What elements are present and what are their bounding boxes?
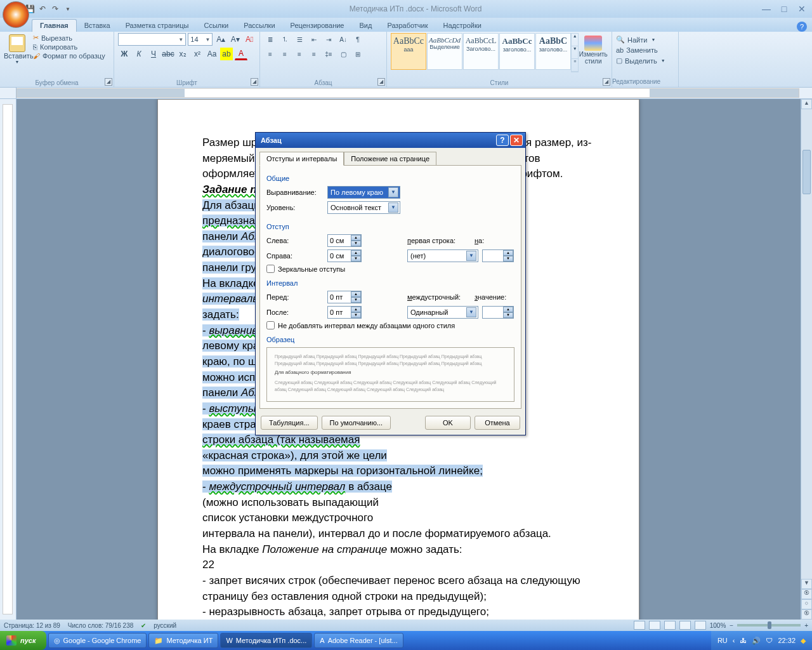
ruler-toggle[interactable] [0,88,16,98]
decrease-indent-button[interactable]: ⇤ [308,33,320,46]
maximize-button[interactable]: □ [776,4,792,14]
justify-button[interactable]: ≡ [308,48,320,60]
view-draft-button[interactable] [695,621,706,630]
vertical-scrollbar[interactable]: ▲ ▼ ⦿ ○ ⦿ [801,99,812,620]
undo-icon[interactable]: ↶ [38,4,47,13]
styles-dialog-launcher[interactable]: ◢ [603,78,610,86]
dialog-titlebar[interactable]: Абзац ? ✕ [256,133,525,148]
cancel-button[interactable]: Отмена [475,416,520,430]
qat-customize-icon[interactable]: ▼ [63,4,72,13]
tab-references[interactable]: Ссылки [196,20,236,32]
cut-button[interactable]: ✂Вырезать [33,33,105,43]
browse-object-icon[interactable]: ○ [801,599,812,609]
indent-right-spin[interactable]: 0 см▲▼ [327,249,362,262]
alignment-combo[interactable]: По левому краю▼ [327,186,400,199]
align-right-button[interactable]: ≡ [293,48,306,60]
clear-formatting-button[interactable]: A⃠ [243,33,256,46]
show-marks-button[interactable]: ¶ [351,33,364,46]
font-dialog-launcher[interactable]: ◢ [251,78,258,86]
subscript-button[interactable]: x₂ [176,48,189,60]
bullets-button[interactable]: ≣ [264,33,277,46]
style-item[interactable]: AaBbCcDdВыделение [427,33,462,70]
tab-addins[interactable]: Надстройки [436,20,489,32]
dialog-close-button[interactable]: ✕ [510,135,523,146]
linespacing-value-spin[interactable]: ▲▼ [482,306,514,319]
shading-button[interactable]: ▢ [337,48,350,60]
tab-review[interactable]: Рецензирование [283,20,352,32]
ok-button[interactable]: OK [425,416,471,430]
style-item[interactable]: AaBbCcзаголово... [499,33,535,70]
zoom-slider[interactable] [737,624,801,627]
paste-button[interactable]: Вставить ▼ [4,33,30,64]
align-center-button[interactable]: ≡ [278,48,291,60]
underline-button[interactable]: Ч [147,48,160,60]
linespacing-combo[interactable]: Одинарный▼ [407,306,478,319]
tabs-button[interactable]: Табуляция... [261,416,318,430]
view-web-button[interactable] [664,621,676,630]
change-styles-button[interactable]: Изменить стили [579,33,608,72]
office-button[interactable] [3,1,29,28]
replace-button[interactable]: abЗаменить [616,45,674,55]
dialog-help-button[interactable]: ? [496,135,509,146]
taskbar-item[interactable]: 📁Методичка ИТ [148,633,218,648]
tray-volume-icon[interactable]: 🔊 [752,637,761,645]
scroll-up-icon[interactable]: ▲ [801,99,812,109]
bold-button[interactable]: Ж [118,48,131,60]
scroll-thumb[interactable] [802,150,811,194]
select-button[interactable]: ▢Выделить▼ [616,55,674,66]
tab-home[interactable]: Главная [32,19,77,32]
taskbar-item[interactable]: WМетодичка ИТп .doc... [220,633,312,648]
zoom-out-button[interactable]: − [730,622,733,629]
shrink-font-button[interactable]: A▾ [229,33,242,46]
taskbar-item[interactable]: ◎Google - Google Chrome [48,633,147,648]
format-painter-button[interactable]: 🖌Формат по образцу [33,51,105,60]
style-item[interactable]: AaBbCcLЗаголово... [463,33,499,70]
grow-font-button[interactable]: A▴ [214,33,227,46]
level-combo[interactable]: Основной текст▼ [327,201,400,214]
start-button[interactable]: пуск [0,631,46,650]
font-color-button[interactable]: A [235,48,247,60]
tab-mailings[interactable]: Рассылки [236,20,282,32]
close-button[interactable]: ✕ [794,4,809,14]
browse-next-icon[interactable]: ⦿ [801,609,812,620]
redo-icon[interactable]: ↷ [51,4,60,13]
dialog-tab-indents[interactable]: Отступы и интервалы [259,152,344,166]
clipboard-dialog-launcher[interactable]: ◢ [105,78,112,86]
change-case-button[interactable]: Aa [206,48,218,60]
italic-button[interactable]: К [133,48,145,60]
sort-button[interactable]: A↓ [337,33,350,46]
borders-button[interactable]: ⊞ [351,48,364,60]
tray-clock[interactable]: 22:32 [778,637,796,644]
status-language[interactable]: русский [154,622,176,629]
tab-developer[interactable]: Разработчик [379,20,435,32]
highlight-button[interactable]: ab [220,48,233,60]
minimize-button[interactable]: — [759,4,774,14]
paragraph-dialog-launcher[interactable]: ◢ [377,78,385,86]
indent-left-spin[interactable]: 0 см▲▼ [327,234,362,247]
status-words[interactable]: Число слов: 79/16 238 [68,622,133,629]
increase-indent-button[interactable]: ⇥ [322,33,335,46]
help-icon[interactable]: ? [797,22,807,32]
space-after-spin[interactable]: 0 пт▲▼ [327,306,362,319]
view-fullscreen-button[interactable] [649,621,660,630]
firstline-by-spin[interactable]: ▲▼ [482,249,514,262]
tray-show-hidden-icon[interactable]: ‹ [733,637,735,644]
zoom-in-button[interactable]: + [804,622,808,629]
default-button[interactable]: По умолчанию... [322,416,391,430]
style-item[interactable]: AaBbCcaaa [391,33,426,70]
vertical-ruler[interactable] [3,104,13,614]
view-print-layout-button[interactable] [634,621,645,630]
zoom-level[interactable]: 100% [710,622,726,629]
view-outline-button[interactable] [679,621,691,630]
mirror-indents-check[interactable] [266,265,275,273]
horizontal-ruler[interactable] [16,88,799,98]
styles-scroll[interactable]: ▲▼≡ [571,33,579,72]
align-left-button[interactable]: ≡ [264,48,277,60]
line-spacing-button[interactable]: ‡≡ [322,48,335,60]
tray-extra-icon[interactable]: ◆ [801,637,806,645]
tray-network-icon[interactable]: 🖧 [740,637,747,644]
tray-lang[interactable]: RU [717,637,728,644]
scroll-down-icon[interactable]: ▼ [801,579,812,589]
status-page[interactable]: Страница: 12 из 89 [4,622,60,629]
font-name-combo[interactable]: ▼ [118,33,186,46]
